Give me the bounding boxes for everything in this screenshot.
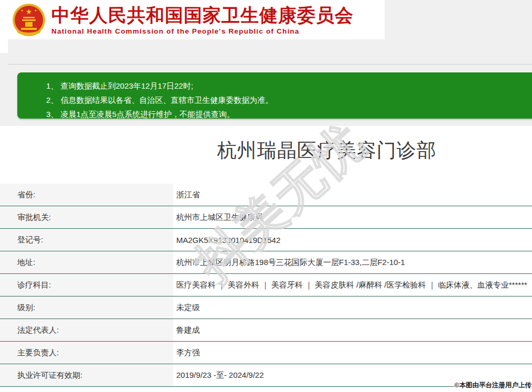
field-value: 浙江省 (173, 184, 532, 206)
field-label: 省份: (0, 184, 173, 206)
table-row-approval-authority: 审批机关: 杭州市上城区卫生健康局 (0, 206, 532, 229)
field-label: 登记号: (0, 229, 173, 251)
field-value: 杭州市上城区卫生健康局 (173, 206, 532, 228)
field-label: 审批机关: (0, 206, 173, 228)
svg-text:★: ★ (26, 7, 33, 16)
table-row-medical-subjects: 诊疗科目: 医疗美容科 ｜ 美容外科 ｜ 美容牙科 ｜ 美容皮肤科 /麻醉科 /… (0, 274, 532, 296)
field-label: 执业许可证有效期: (0, 364, 173, 386)
table-row-legal-representative: 法定代表人: 鲁建成 (0, 319, 532, 342)
notice-line-1: 1、 查询数据截止到2023年12月17日22时; (46, 79, 532, 93)
institution-info-table: 省份: 浙江省 审批机关: 杭州市上城区卫生健康局 登记号: MA2GK5X91… (0, 184, 532, 387)
field-value: 鲁建成 (173, 319, 532, 341)
site-header: ★ ★ ★ 中华人民共和国国家卫生健康委员会 National Health C… (0, 0, 385, 39)
table-row-principal: 主要负责人: 李方强 (0, 342, 532, 364)
header-edge-strip (0, 39, 8, 53)
table-row-province: 省份: 浙江省 (0, 184, 532, 206)
national-emblem-icon: ★ ★ ★ (12, 3, 46, 37)
field-label: 主要负责人: (0, 342, 173, 364)
field-label: 法定代表人: (0, 319, 173, 341)
field-label: 地址: (0, 251, 173, 273)
header-divider-line (8, 64, 532, 65)
svg-text:★: ★ (34, 9, 37, 12)
table-row-address: 地址: 杭州市上城区明月桥路198号三花国际大厦一层F1-33,二层F2-10-… (0, 251, 532, 274)
field-value: 医疗美容科 ｜ 美容外科 ｜ 美容牙科 ｜ 美容皮肤科 /麻醉科 /医学检验科 … (173, 274, 532, 296)
notice-line-3: 3、 凌晨1点至凌晨5点系统进行维护，不能提供查询。 (46, 107, 532, 121)
field-value: MA2GK5X9133010419D1542 (173, 229, 532, 251)
site-title-english: National Health Commission of the People… (51, 27, 354, 35)
institution-name-title: 杭州瑞晶医疗美容门诊部 (17, 137, 532, 164)
field-label: 级别: (0, 296, 173, 319)
notice-line-2: 2、 信息数据结果以各省、自治区、直辖市卫生健康委数据为准。 (46, 93, 532, 107)
field-label: 诊疗科目: (0, 274, 173, 296)
table-row-license-validity: 执业许可证有效期: 2019/9/23 -至- 2024/9/22 (0, 364, 532, 387)
svg-text:★: ★ (20, 9, 23, 12)
field-value: 李方强 (173, 342, 532, 364)
site-title-chinese: 中华人民共和国国家卫生健康委员会 (51, 5, 354, 26)
query-notice-box: 1、 查询数据截止到2023年12月17日22时; 2、 信息数据结果以各省、自… (17, 72, 532, 119)
field-value: 未定级 (173, 296, 532, 319)
table-row-level: 级别: 未定级 (0, 296, 532, 319)
table-row-registration-number: 登记号: MA2GK5X9133010419D1542 (0, 229, 532, 251)
copyright-note: ©本图由平台注册用户上传 (454, 381, 531, 390)
field-value: 杭州市上城区明月桥路198号三花国际大厦一层F1-33,二层F2-10-1 (173, 251, 532, 273)
